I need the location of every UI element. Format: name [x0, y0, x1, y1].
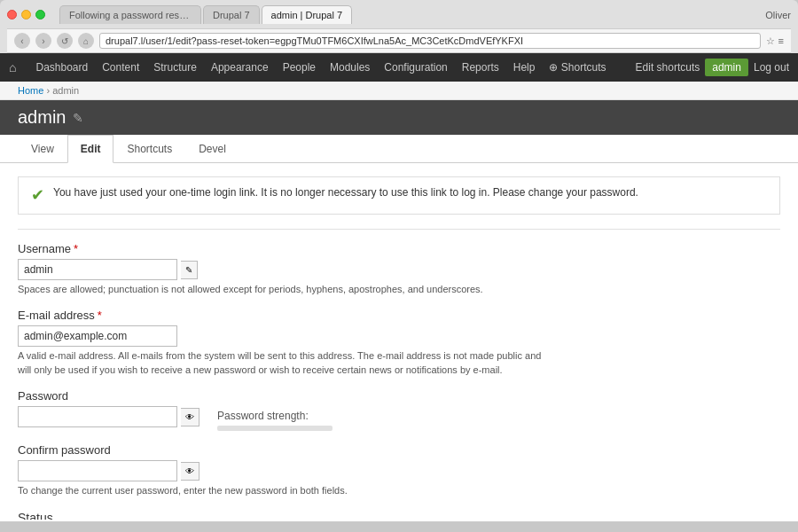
username-required: * — [74, 242, 78, 255]
email-group: E-mail address* A valid e-mail address. … — [18, 309, 780, 377]
main-content: ✔ You have just used your one-time login… — [0, 163, 798, 520]
browser-tabs: Following a password rese... Drupal 7 ad… — [59, 5, 352, 24]
confirm-password-label: Confirm password — [18, 443, 780, 457]
username-edit-icon[interactable]: ✎ — [181, 261, 198, 279]
edit-icon[interactable]: ✎ — [73, 111, 83, 125]
username-input-wrapper: ✎ — [18, 259, 780, 280]
nav-configuration[interactable]: Configuration — [377, 53, 454, 82]
password-show-icon[interactable]: 👁 — [181, 408, 200, 426]
email-hint: A valid e-mail address. All e-mails from… — [18, 349, 550, 377]
checkmark-icon: ✔ — [31, 185, 44, 205]
password-input[interactable] — [18, 406, 177, 427]
nav-reports[interactable]: Reports — [455, 53, 506, 82]
password-strength-bar — [217, 426, 332, 431]
tabs: View Edit Shortcuts Devel — [0, 135, 798, 163]
email-input-wrapper — [18, 325, 780, 347]
edit-shortcuts-link[interactable]: Edit shortcuts — [636, 61, 700, 74]
nav-people[interactable]: People — [276, 53, 323, 82]
tab-view[interactable]: View — [18, 135, 67, 163]
tab-1[interactable]: Drupal 7 — [203, 5, 260, 24]
password-input-wrapper: 👁 — [18, 406, 200, 427]
menu-icon[interactable]: ≡ — [778, 35, 784, 46]
confirm-password-hint: To change the current user password, ent… — [18, 484, 550, 497]
nav-modules[interactable]: Modules — [323, 53, 377, 82]
username-input[interactable] — [18, 259, 177, 280]
password-group: Password 👁 Password strength: — [18, 389, 780, 431]
email-required: * — [98, 309, 102, 322]
admin-nav: ⌂ Dashboard Content Structure Appearance… — [0, 53, 798, 82]
status-label: Status — [18, 511, 780, 520]
email-label: E-mail address* — [18, 309, 780, 322]
browser-toolbar: ‹ › ↺ ⌂ drupal7.l/user/1/edit?pass-reset… — [7, 28, 791, 53]
alert-info: ✔ You have just used your one-time login… — [18, 176, 780, 215]
close-button[interactable] — [7, 10, 17, 20]
tab-0[interactable]: Following a password rese... — [59, 5, 201, 24]
nav-appearance[interactable]: Appearance — [204, 53, 276, 82]
breadcrumb-home[interactable]: Home — [18, 85, 43, 96]
browser-titlebar: Following a password rese... Drupal 7 ad… — [7, 5, 791, 24]
toolbar-icons: ☆ ≡ — [766, 35, 784, 47]
star-icon[interactable]: ☆ — [766, 35, 775, 47]
minimize-button[interactable] — [21, 10, 31, 20]
password-label: Password — [18, 389, 780, 403]
username-group: Username* ✎ Spaces are allowed; punctuat… — [18, 242, 780, 296]
admin-nav-right: Edit shortcuts admin Log out — [636, 59, 789, 76]
confirm-password-group: Confirm password 👁 To change the current… — [18, 443, 780, 497]
address-bar[interactable]: drupal7.l/user/1/edit?pass-reset-token=e… — [99, 33, 761, 49]
forward-button[interactable]: › — [35, 33, 51, 49]
drupal-home-icon[interactable]: ⌂ — [9, 60, 16, 74]
confirm-password-input-wrapper: 👁 — [18, 460, 780, 481]
password-strength-container: Password strength: — [217, 406, 332, 431]
admin-user-badge[interactable]: admin — [705, 59, 748, 76]
page-title: admin — [18, 107, 66, 128]
logout-link[interactable]: Log out — [754, 61, 789, 74]
tab-2[interactable]: admin | Drupal 7 — [262, 5, 353, 24]
traffic-lights — [7, 10, 45, 20]
status-group: Status Blocked Active — [18, 511, 780, 520]
nav-help[interactable]: Help — [506, 53, 543, 82]
browser-user: Oliver — [765, 10, 791, 20]
password-strength-label: Password strength: — [217, 410, 332, 422]
drupal-wrapper: ⌂ Dashboard Content Structure Appearance… — [0, 53, 798, 521]
email-input[interactable] — [18, 325, 177, 347]
nav-content[interactable]: Content — [95, 53, 146, 82]
confirm-password-show-icon[interactable]: 👁 — [181, 462, 200, 481]
reload-button[interactable]: ↺ — [57, 33, 73, 49]
tab-shortcuts[interactable]: Shortcuts — [113, 135, 185, 163]
password-row: 👁 Password strength: — [18, 406, 780, 431]
alert-message: You have just used your one-time login l… — [53, 186, 638, 199]
username-hint: Spaces are allowed; punctuation is not a… — [18, 283, 550, 296]
nav-structure[interactable]: Structure — [146, 53, 204, 82]
breadcrumb: Home › admin — [0, 82, 798, 100]
page-header: admin ✎ — [0, 100, 798, 135]
confirm-password-input[interactable] — [18, 460, 177, 481]
browser-chrome: Following a password rese... Drupal 7 ad… — [0, 0, 798, 53]
back-button[interactable]: ‹ — [14, 33, 30, 49]
nav-dashboard[interactable]: Dashboard — [28, 53, 95, 82]
home-nav-button[interactable]: ⌂ — [78, 33, 94, 49]
maximize-button[interactable] — [35, 10, 45, 20]
tab-devel[interactable]: Devel — [185, 135, 239, 163]
divider-1 — [18, 229, 780, 230]
breadcrumb-current: admin — [52, 85, 79, 96]
tab-edit[interactable]: Edit — [67, 135, 114, 163]
nav-shortcuts[interactable]: ⊕ Shortcuts — [542, 53, 613, 82]
username-label: Username* — [18, 242, 780, 255]
